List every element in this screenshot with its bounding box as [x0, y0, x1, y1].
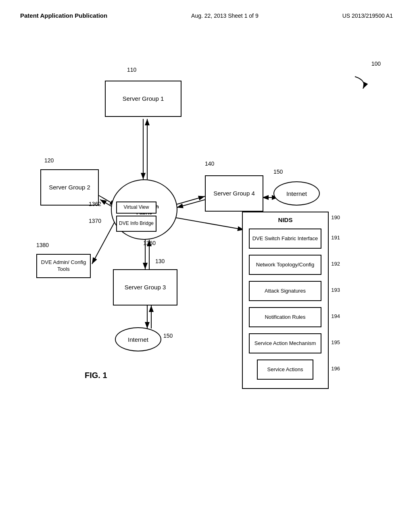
- ref-193: 193: [331, 287, 340, 293]
- ref-100: 100: [371, 60, 381, 67]
- attack-signatures-label: Attack Signatures: [265, 288, 306, 295]
- attack-signatures-box: Attack Signatures: [249, 281, 321, 301]
- service-action-mechanism-label: Service Action Mechanism: [254, 340, 316, 347]
- diagram: 100 Server Group 1 110 Server Group 2 12…: [24, 56, 405, 492]
- ref-192: 192: [331, 261, 340, 267]
- dve-info-bridge-box: DVE Info Bridge: [116, 216, 156, 232]
- ref-196: 196: [331, 366, 340, 372]
- nids-container: NIDS 190 DVE Switch Fabric Interface 191…: [242, 212, 329, 389]
- ref-1380: 1380: [36, 242, 49, 248]
- ref-110: 110: [127, 66, 136, 73]
- service-actions-box: Service Actions: [257, 360, 313, 380]
- internet-top-ellipse: Internet: [273, 181, 320, 206]
- notification-rules-label: Notification Rules: [265, 314, 305, 321]
- ref-150-bottom: 150: [163, 332, 173, 339]
- header-left: Patent Application Publication: [20, 12, 107, 19]
- ref-195: 195: [331, 339, 340, 345]
- ref-1370: 1370: [89, 218, 101, 224]
- internet-bottom-ellipse: Internet: [115, 327, 161, 351]
- header: Patent Application Publication Aug. 22, …: [0, 12, 413, 19]
- service-action-mechanism-box: Service Action Mechanism: [249, 333, 321, 353]
- ref-194: 194: [331, 313, 340, 319]
- ref-130: 130: [155, 258, 165, 264]
- dve-switch-fabric-if-box: DVE Switch Fabric Interface: [249, 229, 321, 249]
- svg-line-8: [177, 200, 206, 208]
- ref-191: 191: [331, 235, 340, 241]
- svg-line-9: [177, 196, 205, 204]
- ref-150-top: 150: [273, 168, 283, 175]
- nids-title: NIDS: [243, 216, 328, 223]
- server-group-3-label: Server Group 3: [125, 283, 166, 291]
- server-group-1-box: Server Group 1: [105, 81, 181, 117]
- dve-info-bridge-label: DVE Info Bridge: [119, 220, 154, 227]
- network-topology-label: Network Topology/Config: [256, 262, 314, 268]
- dve-admin-label: DVE Admin/ Config Tools: [37, 259, 90, 273]
- server-group-4-box: Server Group 4: [205, 175, 263, 212]
- ref-190: 190: [331, 214, 340, 220]
- page: Patent Application Publication Aug. 22, …: [0, 0, 413, 532]
- server-group-2-label: Server Group 2: [49, 183, 90, 191]
- network-topology-box: Network Topology/Config: [249, 255, 321, 275]
- header-center: Aug. 22, 2013 Sheet 1 of 9: [191, 12, 259, 19]
- svg-line-15: [92, 218, 117, 264]
- dve-switch-fabric-if-label: DVE Switch Fabric Interface: [252, 235, 318, 242]
- svg-line-16: [175, 218, 244, 230]
- fig-caption: FIG. 1: [85, 371, 107, 380]
- internet-bottom-label: Internet: [128, 336, 148, 343]
- virtual-view-label: Virtual View: [124, 204, 149, 211]
- internet-top-label: Internet: [286, 190, 307, 197]
- notification-rules-box: Notification Rules: [249, 307, 321, 327]
- service-actions-label: Service Actions: [267, 366, 303, 373]
- header-right: US 2013/219500 A1: [342, 12, 393, 19]
- server-group-3-box: Server Group 3: [113, 269, 177, 305]
- ref-140: 140: [205, 160, 214, 167]
- ref-1362: 1362: [89, 201, 101, 207]
- server-group-1-label: Server Group 1: [123, 95, 164, 103]
- ref-120: 120: [44, 157, 54, 164]
- server-group-4-label: Server Group 4: [213, 189, 255, 197]
- virtual-view-box: Virtual View: [116, 202, 156, 214]
- server-group-2-box: Server Group 2: [40, 169, 99, 206]
- ref-1360: 1360: [143, 240, 156, 246]
- dve-admin-box: DVE Admin/ Config Tools: [36, 254, 91, 278]
